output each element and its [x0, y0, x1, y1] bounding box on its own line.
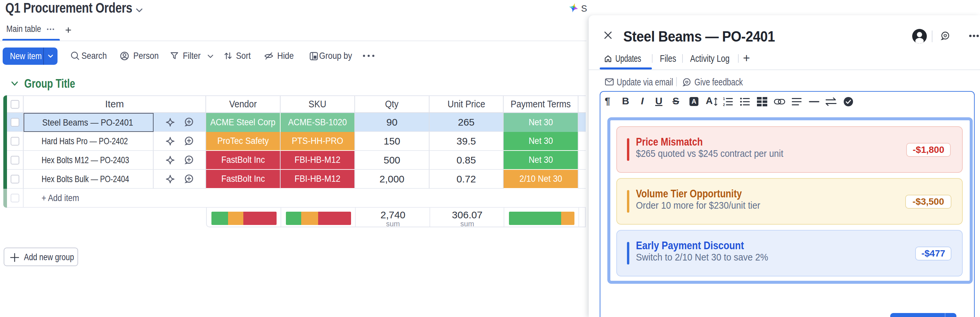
- svg-text:2: 2: [723, 103, 725, 106]
- svg-text:1: 1: [723, 97, 725, 101]
